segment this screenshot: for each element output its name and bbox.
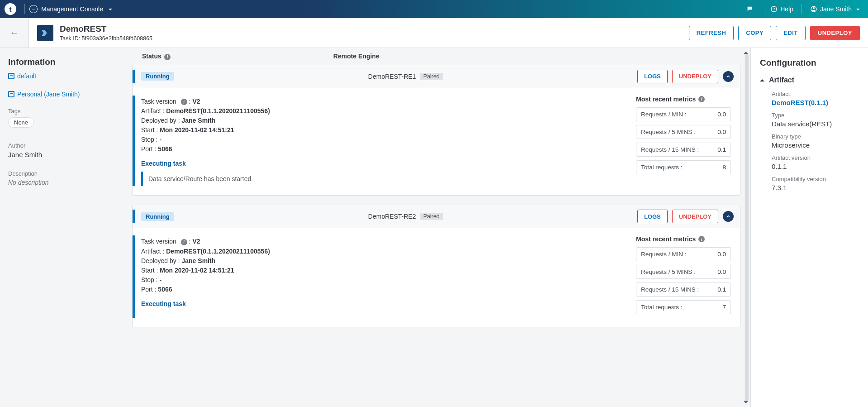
info-icon[interactable]: i bbox=[164, 54, 171, 60]
cfg-artifact-link[interactable]: DemoREST(0.1.1) bbox=[772, 99, 859, 106]
executing-message: Data service/Route has been started. bbox=[141, 172, 622, 186]
executing-label: Executing task bbox=[141, 300, 622, 307]
cfg-binary-label: Binary type bbox=[772, 133, 859, 140]
help-button[interactable]: ? Help bbox=[767, 5, 797, 13]
undeploy-button[interactable]: UNDEPLOY bbox=[810, 26, 860, 40]
cfg-version-value: 0.1.1 bbox=[772, 163, 859, 170]
artifact-value: DemoREST(0.1.1.20200211100556) bbox=[166, 248, 270, 255]
status-badge: Running bbox=[141, 72, 174, 81]
logs-button[interactable]: LOGS bbox=[637, 70, 668, 83]
chevron-up-icon bbox=[726, 74, 731, 79]
metrics-title: Most recent metricsi bbox=[636, 235, 731, 243]
brand-logo[interactable]: t bbox=[5, 3, 16, 15]
paired-badge: Paired bbox=[420, 73, 443, 80]
stop-value: - bbox=[159, 136, 161, 143]
task-version-label: Task version bbox=[141, 238, 176, 245]
app-switcher[interactable]: ◦◦ Management Console bbox=[29, 5, 112, 13]
back-button[interactable]: ← bbox=[10, 28, 19, 38]
help-label: Help bbox=[780, 5, 793, 13]
environment-icon bbox=[8, 91, 14, 97]
info-icon[interactable]: i bbox=[181, 239, 187, 245]
svg-point-3 bbox=[813, 7, 815, 9]
page-title: DemoREST bbox=[60, 24, 152, 34]
copy-button[interactable]: COPY bbox=[738, 26, 771, 40]
info-icon[interactable]: i bbox=[698, 96, 705, 102]
apps-icon: ◦◦ bbox=[29, 5, 38, 13]
deployed-by-label: Deployed by bbox=[141, 117, 182, 124]
deployed-by-value: Jane Smith bbox=[182, 117, 216, 124]
deployed-by-value: Jane Smith bbox=[182, 257, 216, 264]
tag-chip: None bbox=[8, 117, 34, 128]
config-section-artifact[interactable]: Artifact bbox=[760, 76, 859, 84]
start-label: Start bbox=[141, 267, 160, 274]
engines-panel: Statusi Remote Engine Running DemoREST-R… bbox=[127, 48, 750, 407]
status-stripe bbox=[133, 96, 135, 187]
env-default-link[interactable]: default bbox=[8, 72, 119, 80]
author-value: Jane Smith bbox=[8, 151, 119, 158]
config-title: Configuration bbox=[760, 58, 859, 68]
port-label: Port bbox=[141, 145, 158, 153]
back-cell: ← bbox=[0, 18, 29, 48]
metric-req-15min: Requests / 15 MINS :0.1 bbox=[636, 143, 731, 157]
undeploy-engine-button[interactable]: UNDEPLOY bbox=[672, 210, 718, 223]
status-stripe bbox=[133, 235, 135, 318]
user-name: Jane Smith bbox=[820, 5, 852, 13]
col-status: Statusi bbox=[142, 53, 171, 60]
chevron-down-icon bbox=[107, 5, 112, 13]
metric-req-5min: Requests / 5 MINS :0.0 bbox=[636, 265, 731, 279]
artifact-label: Artifact bbox=[141, 248, 166, 255]
task-version-label: Task version bbox=[141, 98, 176, 105]
info-icon[interactable]: i bbox=[698, 236, 705, 242]
info-icon[interactable]: i bbox=[181, 99, 187, 105]
edit-button[interactable]: EDIT bbox=[776, 26, 806, 40]
info-title: Information bbox=[8, 57, 119, 67]
undeploy-engine-button[interactable]: UNDEPLOY bbox=[672, 70, 718, 83]
start-value: Mon 2020-11-02 14:51:21 bbox=[160, 267, 234, 274]
notifications-button[interactable] bbox=[743, 5, 757, 13]
port-value: 5066 bbox=[158, 286, 172, 293]
metrics-title: Most recent metricsi bbox=[636, 96, 731, 103]
scroll-down-icon[interactable] bbox=[743, 401, 749, 406]
scrollbar[interactable] bbox=[745, 54, 749, 401]
logs-button[interactable]: LOGS bbox=[637, 210, 668, 223]
executing-label: Executing task bbox=[141, 160, 622, 167]
collapse-button[interactable] bbox=[723, 71, 734, 82]
refresh-button[interactable]: REFRESH bbox=[689, 26, 734, 40]
column-headers: Statusi Remote Engine bbox=[132, 48, 740, 65]
status-badge: Running bbox=[141, 212, 174, 221]
artifact-label: Artifact bbox=[141, 107, 166, 115]
svg-text:?: ? bbox=[773, 7, 775, 11]
cfg-type-label: Type bbox=[772, 112, 859, 119]
environment-icon bbox=[8, 73, 14, 79]
metric-req-5min: Requests / 5 MINS :0.0 bbox=[636, 125, 731, 139]
metric-total: Total requests :8 bbox=[636, 160, 731, 174]
chevron-up-icon bbox=[760, 77, 764, 81]
start-value: Mon 2020-11-02 14:51:21 bbox=[160, 126, 234, 134]
tags-label: Tags bbox=[8, 108, 119, 115]
config-section-label: Artifact bbox=[769, 76, 794, 84]
task-id: Task ID: 5f903a36e2fbb548fd608865 bbox=[60, 35, 152, 42]
col-remote: Remote Engine bbox=[333, 53, 379, 60]
config-panel: Configuration Artifact Artifact DemoREST… bbox=[750, 48, 868, 407]
chevron-down-icon bbox=[854, 5, 860, 13]
chat-icon bbox=[746, 5, 754, 13]
info-panel: Information default Personal (Jane Smith… bbox=[0, 48, 127, 407]
divider bbox=[24, 4, 25, 14]
user-icon bbox=[810, 5, 817, 13]
description-label: Description bbox=[8, 170, 119, 177]
scroll-up-icon[interactable] bbox=[743, 49, 749, 54]
paired-badge: Paired bbox=[420, 213, 443, 220]
engine-card: Running DemoREST-RE1 Paired LOGS UNDEPLO… bbox=[132, 65, 740, 196]
env-personal-label: Personal (Jane Smith) bbox=[17, 91, 80, 98]
user-menu[interactable]: Jane Smith bbox=[806, 5, 863, 13]
engine-card: Running DemoREST-RE2 Paired LOGS UNDEPLO… bbox=[132, 205, 740, 327]
task-type-icon bbox=[37, 25, 53, 41]
description-value: No description bbox=[8, 179, 119, 186]
cfg-version-label: Artifact version bbox=[772, 154, 859, 161]
task-version-value: V2 bbox=[192, 98, 200, 105]
env-personal-link[interactable]: Personal (Jane Smith) bbox=[8, 91, 119, 98]
stop-label: Stop bbox=[141, 276, 159, 283]
divider bbox=[762, 4, 762, 14]
collapse-button[interactable] bbox=[723, 211, 734, 222]
metric-req-15min: Requests / 15 MINS :0.1 bbox=[636, 283, 731, 297]
